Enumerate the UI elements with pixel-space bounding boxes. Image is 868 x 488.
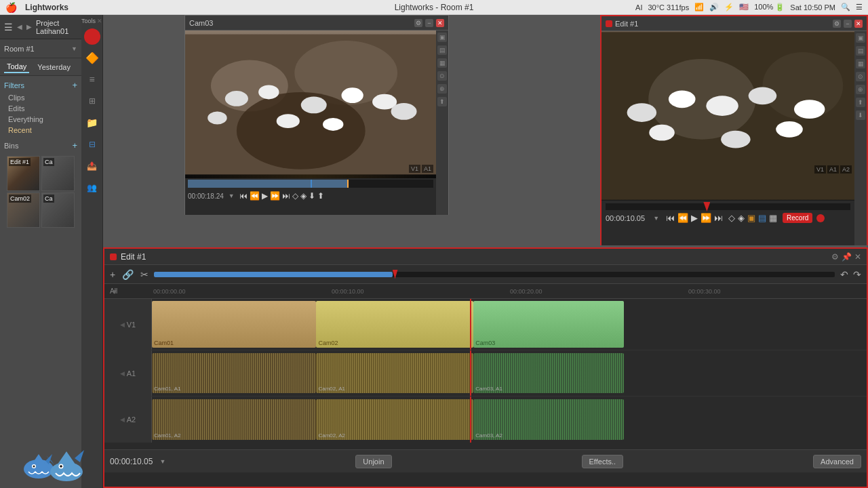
- edit1-sidebar-btn-4[interactable]: ⊙: [856, 72, 865, 81]
- clip-cam02-v1[interactable]: Cam02: [316, 301, 473, 348]
- thumbnail-edit1[interactable]: Edit #1: [7, 156, 40, 191]
- edit1-sidebar-btn-7[interactable]: ⬇: [856, 110, 865, 120]
- cam03-overwrite-btn[interactable]: ⬆: [317, 191, 324, 201]
- cam03-sidebar-btn-3[interactable]: ▦: [437, 58, 447, 68]
- folder-btn[interactable]: 📁: [83, 114, 101, 131]
- audio-clip-cam03-a1[interactable]: Cam03, A1: [473, 353, 623, 393]
- edit1-color-btn[interactable]: ▣: [747, 213, 755, 223]
- edit1-record-btn[interactable]: Record: [783, 213, 812, 223]
- cam03-goto-start-btn[interactable]: ⏮: [239, 191, 248, 201]
- edit1-play-btn[interactable]: ▶: [691, 213, 698, 223]
- grid-view-btn[interactable]: ⊞: [83, 92, 101, 110]
- edit1-fx-btn[interactable]: ▤: [758, 213, 766, 223]
- track-v1-content[interactable]: Cam01 Cam02 Cam03: [152, 299, 867, 350]
- edit1-sidebar-btn-5[interactable]: ⊕: [856, 85, 865, 94]
- tl-undo-btn[interactable]: ↶: [839, 268, 850, 281]
- unjoin-button[interactable]: Unjoin: [355, 455, 391, 468]
- cam03-minimize-btn[interactable]: −: [425, 19, 433, 27]
- track-a2-expand-icon[interactable]: ◀: [120, 416, 125, 423]
- cam03-sidebar-btn-2[interactable]: ▤: [437, 45, 447, 55]
- edit1-goto-start-btn[interactable]: ⏮: [666, 213, 675, 223]
- edit1-goto-end-btn[interactable]: ⏭: [714, 213, 723, 223]
- edit1-dropdown-icon[interactable]: ▼: [653, 215, 659, 222]
- tab-yesterday[interactable]: Yesterday: [35, 62, 73, 73]
- cam03-play-btn[interactable]: ▶: [262, 191, 268, 201]
- filters-add-btn[interactable]: +: [72, 80, 77, 90]
- record-button[interactable]: [84, 28, 100, 45]
- edit1-mark-in-btn[interactable]: ◇: [728, 213, 735, 223]
- layers-btn[interactable]: ⊟: [83, 136, 101, 153]
- thumbnail-ca1[interactable]: Ca: [41, 156, 75, 191]
- cam03-close-btn[interactable]: ✕: [436, 19, 444, 27]
- timeline-pin-btn[interactable]: 📌: [842, 252, 852, 262]
- cam03-sidebar-btn-5[interactable]: ⊕: [437, 84, 447, 94]
- team-btn[interactable]: 👥: [83, 179, 101, 197]
- effects-button[interactable]: Effects..: [582, 455, 624, 468]
- edit1-mark-out-btn[interactable]: ◈: [738, 213, 745, 223]
- cam03-mark-in-btn[interactable]: ◇: [292, 191, 298, 201]
- track-a1-content[interactable]: Cam01, A1 Cam02, A1 Cam03, A1: [152, 350, 867, 396]
- edit1-sidebar-btn-1[interactable]: ▣: [856, 33, 865, 43]
- audio-clip-cam01-a1[interactable]: Cam01, A1: [152, 353, 316, 393]
- cam03-dropdown-icon[interactable]: ▼: [229, 192, 235, 199]
- tl-add-btn[interactable]: +: [108, 268, 117, 281]
- bins-add-btn[interactable]: +: [72, 140, 77, 150]
- export-btn[interactable]: 📤: [83, 157, 101, 175]
- nav-forward-icon[interactable]: ▶: [26, 23, 32, 30]
- thumbnail-cam02[interactable]: Cam02: [7, 192, 40, 228]
- cam03-mark-out-btn[interactable]: ◈: [300, 191, 307, 201]
- edit1-step-back-btn[interactable]: ⏪: [677, 213, 688, 223]
- clip-cam03-v1[interactable]: Cam03: [473, 301, 623, 348]
- edit1-step-fwd-btn[interactable]: ⏩: [701, 213, 711, 223]
- edit1-transition-btn[interactable]: ▦: [769, 213, 777, 223]
- audio-clip-cam02-a1[interactable]: Cam02, A1: [316, 353, 473, 393]
- cam03-sidebar-btn-1[interactable]: ▣: [437, 33, 447, 42]
- edit1-minimize-btn[interactable]: −: [844, 20, 852, 28]
- tl-redo-btn[interactable]: ↷: [852, 268, 863, 281]
- track-v1-expand-icon[interactable]: ◀: [120, 321, 125, 328]
- hamburger-icon[interactable]: ☰: [4, 22, 13, 33]
- timeline-progress-bar[interactable]: [154, 272, 835, 277]
- app-menu[interactable]: Lightworks: [25, 3, 68, 12]
- audio-clip-cam03-a2[interactable]: Cam03, A2: [473, 399, 623, 440]
- tl-snap-btn[interactable]: 🔗: [121, 268, 135, 281]
- timeline-close-btn[interactable]: ✕: [854, 252, 861, 262]
- edit1-timebar[interactable]: [606, 203, 850, 210]
- filter-clips[interactable]: Clips: [4, 93, 77, 102]
- edit1-sidebar-btn-6[interactable]: ⬆: [856, 98, 865, 107]
- track-a1-expand-icon[interactable]: ◀: [120, 370, 125, 377]
- filter-edits[interactable]: Edits: [4, 104, 77, 113]
- timeline-gear-btn[interactable]: ⚙: [831, 252, 839, 262]
- advanced-button[interactable]: Advanced: [813, 455, 861, 468]
- edit1-sidebar-btn-2[interactable]: ▤: [856, 46, 865, 56]
- track-a2-content[interactable]: Cam01, A2 Cam02, A2 Cam03, A2: [152, 396, 867, 443]
- nav-back-icon[interactable]: ◀: [17, 23, 22, 30]
- cam03-step-fwd-btn[interactable]: ⏩: [270, 191, 280, 201]
- clip-cam01-v1[interactable]: Cam01: [152, 301, 316, 348]
- cam03-insert-btn[interactable]: ⬇: [309, 191, 315, 201]
- menubar-menu-icon[interactable]: ☰: [856, 3, 863, 12]
- filter-recent[interactable]: Recent: [4, 125, 77, 135]
- cam03-step-back-btn[interactable]: ⏪: [250, 191, 260, 201]
- timeline-timecode-dropdown[interactable]: ▼: [159, 458, 165, 465]
- menubar-search-icon[interactable]: 🔍: [841, 3, 850, 12]
- cam03-goto-end-btn[interactable]: ⏭: [282, 191, 290, 201]
- audio-clip-cam01-a2[interactable]: Cam01, A2: [152, 399, 316, 440]
- cam03-gear-btn[interactable]: ⚙: [414, 19, 422, 27]
- tools-close-icon[interactable]: ✕: [97, 18, 102, 24]
- room-dropdown-icon[interactable]: ▼: [71, 45, 77, 52]
- edit1-close-btn[interactable]: ✕: [854, 20, 863, 28]
- arrow-tool-btn[interactable]: 🔶: [83, 49, 101, 66]
- list-view-btn[interactable]: ≡: [83, 70, 101, 88]
- audio-clip-cam02-a2[interactable]: Cam02, A2: [316, 399, 473, 440]
- tl-track-expand[interactable]: ▼: [111, 287, 118, 296]
- apple-menu[interactable]: 🍎: [5, 2, 17, 13]
- edit1-gear-btn[interactable]: ⚙: [833, 20, 841, 28]
- filter-everything[interactable]: Everything: [4, 115, 77, 124]
- tab-today[interactable]: Today: [4, 61, 29, 73]
- thumbnail-ca2[interactable]: Ca: [41, 192, 75, 228]
- tl-razor-btn[interactable]: ✂: [139, 268, 150, 281]
- cam03-timebar[interactable]: [188, 180, 433, 188]
- edit1-sidebar-btn-3[interactable]: ▦: [856, 59, 865, 68]
- cam03-sidebar-btn-6[interactable]: ⬆: [437, 97, 447, 106]
